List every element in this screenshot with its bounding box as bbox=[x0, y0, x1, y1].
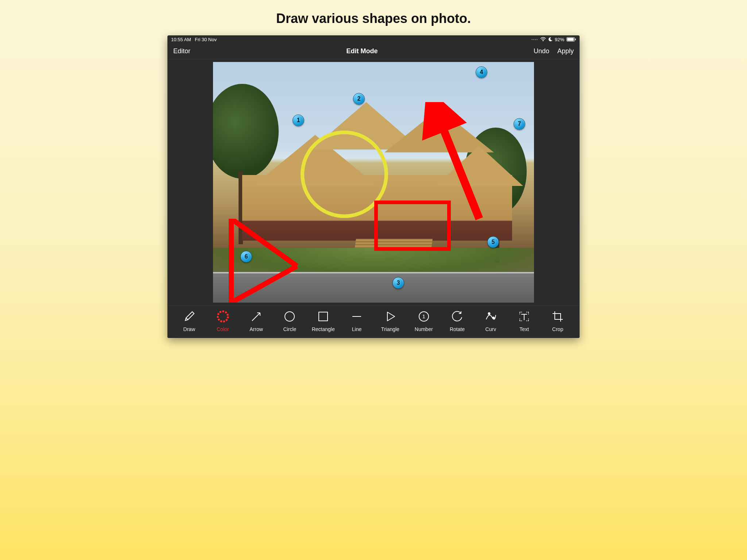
tool-label: Arrow bbox=[249, 326, 263, 332]
svg-point-11 bbox=[488, 313, 490, 315]
tool-label: Crop bbox=[552, 326, 563, 332]
tool-text[interactable]: Text bbox=[508, 310, 541, 332]
circle-icon bbox=[283, 310, 296, 324]
undo-button[interactable]: Undo bbox=[534, 47, 549, 55]
bottom-toolbar: Draw Color Arrow Circle bbox=[167, 305, 580, 338]
tool-label: Color bbox=[217, 326, 229, 332]
svg-text:1: 1 bbox=[422, 313, 425, 319]
status-dots: •••• bbox=[531, 38, 538, 42]
tool-label: Number bbox=[415, 326, 433, 332]
tool-curv[interactable]: Curv bbox=[474, 310, 507, 332]
annotation-pin-2[interactable]: 2 bbox=[353, 93, 365, 105]
canvas-area[interactable]: 1 2 3 4 5 6 7 bbox=[167, 59, 580, 305]
editor-back-button[interactable]: Editor bbox=[173, 47, 190, 55]
svg-rect-2 bbox=[567, 38, 574, 41]
curve-icon bbox=[484, 310, 497, 324]
pencil-icon bbox=[183, 310, 196, 324]
tool-rectangle[interactable]: Rectangle bbox=[307, 310, 340, 332]
svg-line-4 bbox=[436, 109, 479, 219]
tool-label: Text bbox=[519, 326, 529, 332]
tool-arrow[interactable]: Arrow bbox=[240, 310, 273, 332]
svg-point-0 bbox=[543, 41, 543, 42]
line-icon bbox=[350, 310, 363, 324]
tool-label: Curv bbox=[485, 326, 496, 332]
svg-rect-7 bbox=[319, 312, 328, 321]
tool-crop[interactable]: Crop bbox=[541, 310, 574, 332]
color-wheel-icon bbox=[216, 310, 229, 324]
tool-label: Circle bbox=[283, 326, 297, 332]
tool-label: Rotate bbox=[450, 326, 465, 332]
crop-icon bbox=[551, 310, 564, 324]
annotation-pin-1[interactable]: 1 bbox=[293, 114, 304, 126]
annotation-arrow[interactable] bbox=[421, 102, 490, 222]
tool-label: Draw bbox=[183, 326, 196, 332]
arrow-icon bbox=[250, 310, 263, 324]
wifi-icon bbox=[540, 37, 546, 42]
tool-triangle[interactable]: Triangle bbox=[374, 310, 407, 332]
tool-label: Triangle bbox=[381, 326, 399, 332]
status-bar: 10:55 AM Fri 30 Nov •••• 92% bbox=[167, 35, 580, 43]
tool-label: Rectangle bbox=[312, 326, 335, 332]
number-icon: 1 bbox=[417, 310, 430, 324]
battery-percent: 92% bbox=[555, 37, 564, 42]
status-time: 10:55 AM bbox=[171, 37, 191, 42]
triangle-icon bbox=[384, 310, 397, 324]
svg-point-5 bbox=[218, 311, 228, 322]
svg-point-6 bbox=[285, 312, 294, 321]
annotation-pin-4[interactable]: 4 bbox=[476, 66, 487, 78]
battery-icon bbox=[566, 37, 576, 42]
nav-bar: Editor Edit Mode Undo Apply bbox=[167, 43, 580, 59]
tool-circle[interactable]: Circle bbox=[273, 310, 306, 332]
text-icon bbox=[518, 310, 531, 324]
page-title: Draw various shapes on photo. bbox=[276, 11, 471, 26]
rectangle-icon bbox=[317, 310, 330, 324]
app-window: 10:55 AM Fri 30 Nov •••• 92% Editor Edit… bbox=[167, 35, 580, 338]
status-date: Fri 30 Nov bbox=[195, 37, 217, 42]
do-not-disturb-icon bbox=[548, 37, 553, 42]
annotation-pin-5[interactable]: 5 bbox=[487, 236, 499, 248]
tool-draw[interactable]: Draw bbox=[173, 310, 206, 332]
tool-label: Line bbox=[352, 326, 361, 332]
svg-rect-3 bbox=[575, 39, 576, 40]
apply-button[interactable]: Apply bbox=[557, 47, 574, 55]
tool-rotate[interactable]: Rotate bbox=[441, 310, 474, 332]
annotation-pin-3[interactable]: 3 bbox=[392, 277, 404, 289]
tool-line[interactable]: Line bbox=[340, 310, 373, 332]
photo-canvas[interactable]: 1 2 3 4 5 6 7 bbox=[213, 62, 534, 303]
tool-number[interactable]: 1 Number bbox=[407, 310, 440, 332]
svg-point-12 bbox=[493, 317, 495, 319]
screen-title: Edit Mode bbox=[346, 47, 378, 55]
annotation-pin-7[interactable]: 7 bbox=[514, 118, 525, 130]
annotation-pin-6[interactable]: 6 bbox=[240, 251, 252, 262]
rotate-icon bbox=[451, 310, 464, 324]
tool-color[interactable]: Color bbox=[206, 310, 239, 332]
annotation-triangle[interactable] bbox=[224, 219, 304, 303]
